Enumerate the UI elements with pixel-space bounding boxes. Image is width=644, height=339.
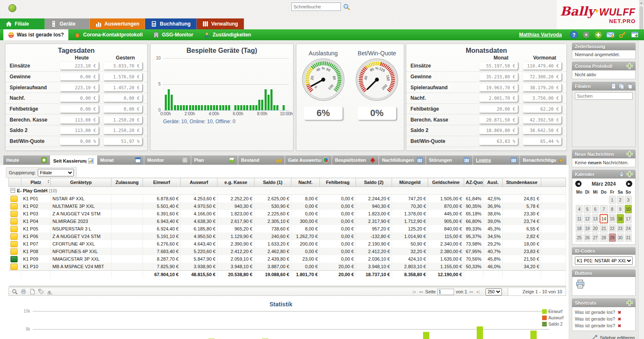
view-tab-monat[interactable]: Monat — [97, 155, 144, 165]
calendar-day[interactable]: 30 — [617, 233, 624, 242]
table-row[interactable]: K1 P07CFORTUNE 4P XXL6.276,60 €4.643,40 … — [9, 240, 566, 248]
mail-icon[interactable] — [606, 31, 615, 39]
column-header-ausl[interactable]: Ausl. — [483, 178, 503, 187]
sign-icon[interactable] — [47, 289, 53, 295]
calendar-next-button[interactable]: ▶ — [626, 181, 632, 187]
view-tab-nachf-llungen[interactable]: Nachfüllungen — [379, 155, 426, 165]
help-icon[interactable]: ? — [570, 31, 578, 39]
table-row[interactable]: K1 P02NULTIMATE 3P XXL5.501,40 €4.970,50… — [9, 202, 566, 210]
view-tab-plan[interactable]: Plan — [191, 155, 238, 165]
remove-shortcut-icon[interactable]: ✖ — [618, 317, 621, 321]
first-page-button[interactable]: |◂ — [412, 290, 416, 294]
sub-nav-was-ist-gerade-los[interactable]: Was ist gerade los? — [3, 29, 68, 40]
column-header-az-quote[interactable]: AZ-Quote — [464, 178, 483, 187]
prev-page-button[interactable]: ◂◂ — [418, 290, 423, 294]
main-nav-ger-te[interactable]: Geräte — [45, 18, 90, 29]
print-icon[interactable] — [618, 171, 625, 177]
tags-icon[interactable] — [38, 289, 44, 295]
settings-icon[interactable] — [582, 31, 590, 39]
group-row[interactable]: E- Play GmbH (10) — [9, 187, 566, 195]
calendar-day[interactable]: 27 — [592, 233, 599, 242]
column-header-saldo-1[interactable]: Saldo (1) — [254, 178, 291, 187]
user-link[interactable]: Matthias Varivoda — [519, 32, 562, 38]
search-input[interactable] — [291, 3, 341, 11]
column-header-zulassung[interactable]: Zulassung — [112, 178, 143, 187]
remove-shortcut-icon[interactable]: ✖ — [618, 323, 621, 328]
file-icon[interactable] — [29, 289, 35, 295]
calendar-day[interactable]: 13 — [592, 214, 599, 223]
calendar-day[interactable]: 9 — [617, 205, 624, 213]
main-nav-verwaltung[interactable]: Verwaltung — [197, 18, 244, 29]
view-tab-bestand[interactable]: Bestand — [238, 155, 285, 165]
calendar-day[interactable]: 22 — [609, 224, 616, 233]
id-codes-select[interactable]: K1 P01: NSTAR 4P XXL... — [575, 256, 633, 265]
column-header-status[interactable] — [9, 178, 21, 187]
calendar-day[interactable]: 4 — [576, 205, 583, 213]
new-doc-icon[interactable] — [610, 83, 617, 89]
window-icon[interactable] — [631, 31, 639, 39]
calendar-day[interactable]: 31 — [625, 233, 632, 242]
column-header-stundenkasse[interactable]: Stundenkasse — [503, 178, 541, 187]
sub-nav-corona-kontaktprotokoll[interactable]: Corona-Kontaktprotokoll — [70, 29, 147, 40]
table-row[interactable]: K1 P04NLMIRAGE 20236.943,40 €4.638,30 €2… — [9, 217, 566, 225]
calendar-day[interactable]: 1 — [609, 196, 616, 204]
calendar-day[interactable]: 29 — [609, 233, 616, 242]
search-icon[interactable] — [343, 3, 350, 10]
column-header-e-g-kasse[interactable]: e.g. Kasse — [218, 178, 254, 187]
table-row[interactable]: K1 P05NSUPERSTAR 3 L6.924,40 €6.185,80 €… — [9, 225, 566, 233]
print-button[interactable] — [575, 279, 587, 290]
table-row[interactable]: K1 P03Z A NUGGET V24 STM6.391,60 €4.166,… — [9, 210, 566, 217]
view-tab-benachrichtigun[interactable]: Benachrichtigun... — [520, 155, 566, 165]
calendar-day[interactable]: 2 — [617, 196, 624, 204]
calendar-day[interactable]: 16 — [617, 214, 624, 223]
add-icon[interactable] — [594, 31, 602, 39]
table-row[interactable]: K1 P01NSTAR 4P XXL6.878,60 €4.253,60 €2.… — [9, 195, 566, 203]
calendar-day[interactable]: 14 — [600, 214, 608, 223]
add-icon[interactable] — [626, 300, 633, 306]
add-icon[interactable] — [626, 63, 633, 69]
calendar-day[interactable]: 20 — [592, 224, 599, 233]
column-header-ger-tetyp[interactable]: Gerätetyp — [51, 178, 112, 187]
main-nav-auswertungen[interactable]: Auswertungen — [90, 18, 145, 29]
sub-nav-gsg-monitor[interactable]: GSG-Monitor — [148, 29, 198, 40]
calendar-day[interactable]: 3 — [625, 196, 632, 204]
column-header-auswurf[interactable]: Auswurf — [181, 178, 218, 187]
view-tab-gate-auswertung[interactable]: Gate Auswertung — [285, 155, 332, 165]
calendar-day[interactable]: 8 — [609, 205, 616, 213]
calendar-day[interactable]: 17 — [625, 214, 632, 223]
column-header-nachf[interactable]: Nachf. — [291, 178, 320, 187]
calendar-day[interactable]: 21 — [600, 224, 608, 233]
view-tab-bespieltzeiten[interactable]: Bespieltzeiten — [332, 155, 379, 165]
shortcut-link[interactable]: Was ist gerade los? — [575, 323, 615, 328]
sidebar-edit-button[interactable]: Sidebar editieren — [569, 334, 635, 339]
calendar-day[interactable]: 7 — [600, 205, 608, 213]
table-row[interactable]: K1 P06Z A NUGGET V24 STM5.191,10 €4.950,… — [9, 233, 566, 240]
calendar-day[interactable]: 18 — [576, 224, 583, 233]
sub-nav-zust-ndigkeiten[interactable]: Zuständigkeiten — [199, 29, 256, 40]
calendar-day[interactable]: 26 — [584, 233, 591, 242]
page-input[interactable] — [437, 289, 454, 295]
main-nav-filiale[interactable]: Filiale — [0, 18, 45, 29]
view-tab-logins[interactable]: Logins — [473, 155, 519, 165]
copy-doc-icon[interactable] — [618, 83, 625, 89]
calendar-day[interactable]: 5 — [584, 205, 591, 213]
calendar-day[interactable]: 10 — [625, 205, 632, 213]
key-icon[interactable] — [618, 31, 627, 39]
view-tab-seit-kassierung[interactable]: Seit Kassierung — [50, 155, 97, 166]
add-icon[interactable] — [626, 171, 633, 177]
column-header-platz[interactable]: Platz▲▼ — [21, 178, 51, 187]
shortcut-link[interactable]: Was ist gerade los? — [575, 310, 615, 315]
calendar-day[interactable]: 23 — [617, 224, 624, 233]
last-page-button[interactable]: ▸| — [476, 290, 480, 294]
remove-shortcut-icon[interactable]: ✖ — [618, 310, 621, 315]
calendar-day[interactable]: 24 — [625, 224, 632, 233]
page-size-select[interactable]: 250 — [486, 288, 502, 295]
collapse-icon[interactable] — [10, 188, 15, 193]
next-page-button[interactable]: ▸▸ — [469, 290, 474, 294]
calendar-day[interactable]: 12 — [584, 214, 591, 223]
add-icon[interactable] — [626, 151, 633, 157]
column-header-einwurf[interactable]: Einwurf — [143, 178, 181, 187]
table-row[interactable]: K1 P08NFORTUNES 4P XXL7.683,40 €5.220,60… — [9, 248, 566, 255]
view-tab-heute[interactable]: Heute — [3, 155, 50, 165]
column-header-saldo-2[interactable]: Saldo (2) — [356, 178, 392, 187]
